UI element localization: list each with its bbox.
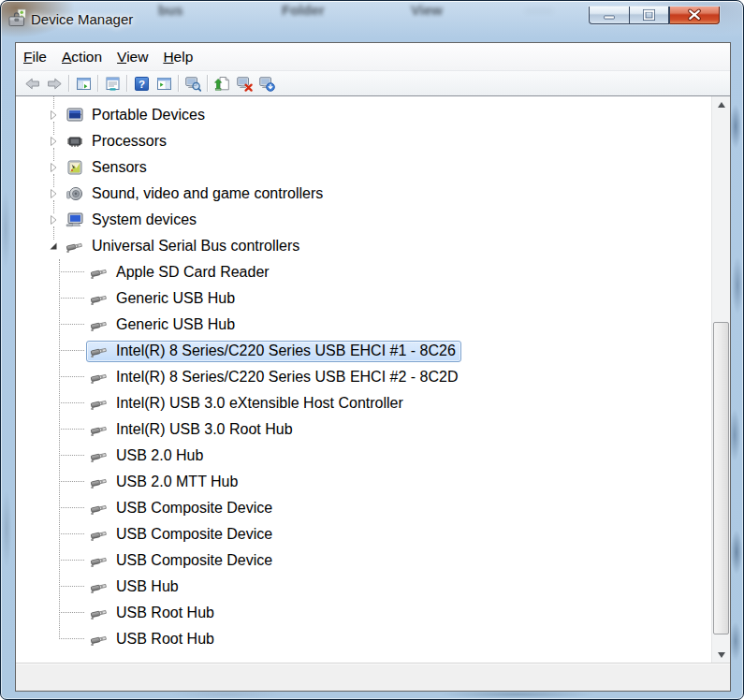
usb-icon [89, 291, 109, 306]
expander-collapsed-icon[interactable] [48, 162, 59, 173]
tree-item[interactable]: USB Composite Device [16, 547, 711, 574]
expander-collapsed-icon[interactable] [48, 136, 59, 147]
show-action-pane-button[interactable] [153, 72, 175, 95]
tree-item[interactable]: System devices [16, 207, 711, 233]
usb-icon [89, 265, 109, 280]
close-button[interactable] [669, 7, 720, 24]
minimize-icon [590, 7, 629, 23]
tree-item[interactable]: Sensors [16, 154, 711, 181]
tree-item-label: Sensors [92, 159, 147, 176]
tree-item[interactable]: USB Root Hub [16, 626, 711, 652]
help-button[interactable] [130, 72, 153, 95]
scan-hardware-changes-button[interactable] [182, 72, 204, 95]
menu-action[interactable]: Action [54, 43, 109, 70]
tree-item[interactable]: Intel(R) USB 3.0 Root Hub [16, 416, 711, 443]
tree-item[interactable]: Apple SD Card Reader [16, 259, 711, 285]
computer-red-x-icon [237, 76, 253, 92]
tree-connector-line [59, 259, 60, 639]
tree-item-label: Intel(R) 8 Series/C220 Series USB EHCI #… [116, 343, 456, 359]
tree-item-label: Generic USB Hub [116, 290, 235, 307]
tree-item-content[interactable]: USB 2.0 MTT Hub [86, 472, 243, 493]
tree-item-label: USB 2.0 MTT Hub [116, 474, 238, 490]
tree-item-content[interactable]: USB Composite Device [86, 550, 278, 572]
tree-item-content[interactable]: Intel(R) USB 3.0 eXtensible Host Control… [86, 393, 409, 415]
titlebar[interactable]: Device Manager [1, 1, 743, 40]
properties-button[interactable] [101, 72, 124, 95]
minimize-button[interactable] [589, 7, 629, 24]
maximize-button[interactable] [629, 7, 669, 24]
tree-item-content[interactable]: Processors [62, 131, 172, 153]
tree-item-content[interactable]: USB Composite Device [86, 498, 278, 519]
tree-item-content[interactable]: Universal Serial Bus controllers [62, 236, 305, 257]
tree-item-content[interactable]: System devices [62, 210, 202, 231]
tree-item[interactable]: Processors [16, 128, 711, 154]
expander-collapsed-icon[interactable] [48, 214, 59, 226]
portable-devices-icon [65, 108, 85, 123]
tree-item-label: USB Composite Device [116, 500, 272, 517]
tree-item[interactable]: USB Composite Device [16, 495, 711, 521]
computer-magnifier-icon [185, 76, 201, 92]
tree-item-content[interactable]: Sensors [62, 157, 153, 179]
expander-expanded-icon[interactable] [48, 241, 59, 252]
tree-item-content[interactable]: USB 2.0 Hub [86, 445, 209, 467]
tree-item-content[interactable]: Sound, video and game controllers [62, 183, 328, 205]
scroll-down-button[interactable] [712, 647, 730, 663]
window-frame-left [2, 42, 14, 690]
tree-item-content[interactable]: USB Root Hub [86, 629, 220, 650]
tree-item[interactable]: USB 2.0 MTT Hub [16, 469, 711, 495]
usb-icon [89, 527, 109, 542]
scrollbar-thumb[interactable] [713, 322, 729, 634]
client-area: File Action View Help Portable DevicesPr… [15, 42, 731, 692]
forward-arrow-icon [47, 76, 63, 92]
tree-item[interactable]: Generic USB Hub [16, 285, 711, 312]
tree-item-label: Sound, video and game controllers [92, 185, 323, 202]
tree-item-content[interactable]: Generic USB Hub [86, 314, 241, 336]
tree-item[interactable]: Intel(R) 8 Series/C220 Series USB EHCI #… [16, 364, 711, 390]
device-tree: Portable DevicesProcessorsSensorsSound, … [16, 96, 711, 663]
menu-view[interactable]: View [109, 43, 155, 70]
tree-connector-line [53, 96, 54, 109]
tree-item-content[interactable]: Portable Devices [62, 105, 211, 126]
update-driver-button[interactable] [211, 72, 233, 95]
tree-item-content[interactable]: USB Composite Device [86, 524, 278, 546]
expander-collapsed-icon[interactable] [48, 188, 59, 199]
content-area: Portable DevicesProcessorsSensorsSound, … [16, 95, 730, 663]
tree-item[interactable]: USB Root Hub [16, 600, 711, 626]
tree-item[interactable]: Intel(R) 8 Series/C220 Series USB EHCI #… [16, 338, 711, 364]
tree-item[interactable]: USB Hub [16, 574, 711, 600]
tree-item[interactable]: Intel(R) USB 3.0 eXtensible Host Control… [16, 390, 711, 416]
tree-item[interactable]: Sound, video and game controllers [16, 181, 711, 207]
menu-help[interactable]: Help [155, 43, 200, 70]
tree-item[interactable]: Portable Devices [16, 102, 711, 128]
tree-item-label: System devices [92, 211, 197, 228]
forward-button[interactable] [43, 72, 66, 95]
tree-item-label: Intel(R) USB 3.0 Root Hub [116, 421, 293, 438]
tree-item-content[interactable]: Generic USB Hub [86, 288, 241, 310]
scroll-up-button[interactable] [712, 96, 730, 112]
tree-item[interactable]: USB 2.0 Hub [16, 443, 711, 469]
tree-item-content[interactable]: Apple SD Card Reader [86, 262, 275, 284]
help-icon [134, 76, 150, 92]
uninstall-button[interactable] [233, 72, 255, 95]
back-button[interactable] [21, 72, 43, 95]
computer-down-arrow-icon [259, 76, 275, 92]
menu-file[interactable]: File [16, 43, 54, 70]
tree-item-content[interactable]: Intel(R) USB 3.0 Root Hub [86, 419, 299, 441]
tree-item[interactable]: USB Composite Device [16, 521, 711, 547]
usb-icon [89, 474, 109, 489]
tree-item-content[interactable]: USB Root Hub [86, 603, 220, 624]
tree-connector-line [53, 122, 54, 135]
tree-item-label: Generic USB Hub [116, 316, 235, 333]
tree-item-content[interactable]: Intel(R) 8 Series/C220 Series USB EHCI #… [86, 367, 463, 388]
tree-item-content[interactable]: USB Hub [86, 576, 184, 598]
tree-item[interactable]: Generic USB Hub [16, 312, 711, 338]
tree-item[interactable]: Universal Serial Bus controllers [16, 233, 711, 259]
vertical-scrollbar[interactable] [711, 96, 730, 663]
disable-button[interactable] [255, 72, 278, 95]
usb-icon [89, 501, 109, 516]
show-console-tree-button[interactable] [72, 72, 95, 95]
tree-item-content[interactable]: Intel(R) 8 Series/C220 Series USB EHCI #… [86, 341, 461, 362]
expander-collapsed-icon[interactable] [48, 109, 59, 121]
usb-icon [89, 553, 109, 568]
tree-item-label: Universal Serial Bus controllers [92, 238, 299, 255]
